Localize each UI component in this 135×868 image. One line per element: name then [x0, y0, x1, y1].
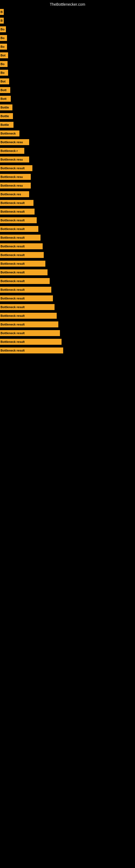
bar-item: Bottleneck result	[0, 200, 34, 206]
bar-item: Bottleneck res	[0, 191, 29, 197]
bar-row: Bottleneck result	[0, 242, 135, 251]
bar-row: B	[0, 16, 135, 25]
bar-item: Bottleneck resu	[0, 174, 31, 180]
bar-item: Bottleneck result	[0, 304, 54, 310]
bar-item: Bottleneck result	[0, 321, 58, 328]
bar-row: Bottleneck result	[0, 268, 135, 277]
bar-item: Bottleneck resu	[0, 183, 31, 188]
bar-item: Bottleneck	[0, 130, 19, 136]
bar-row: Bo	[0, 60, 135, 68]
bar-row: Bott	[0, 86, 135, 94]
bar-row: Bottleneck	[0, 129, 135, 138]
bar-item: Bottleneck result	[0, 330, 60, 336]
bar-item: Bo	[0, 35, 7, 41]
bar-item: Bottleneck result	[0, 339, 61, 345]
bar-row: B	[0, 8, 135, 16]
bar-item: Bottleneck result	[0, 165, 32, 171]
site-title: TheBottlenecker.com	[0, 0, 135, 8]
bar-row: Bottleneck res	[0, 190, 135, 198]
bar-item: Bottle	[0, 122, 13, 128]
bar-row: Bottleneck resu	[0, 155, 135, 164]
bar-row: Bottle	[0, 112, 135, 120]
bar-item: Bot	[0, 52, 8, 58]
bar-row: Bot	[0, 51, 135, 60]
bar-row: Bottleneck r	[0, 147, 135, 155]
bar-row: Bo	[0, 34, 135, 42]
bar-item: Bottleneck result	[0, 217, 37, 223]
bar-item: Bottleneck result	[0, 287, 51, 293]
bar-item: Bottleneck result	[0, 313, 57, 319]
bar-item: Bott	[0, 87, 10, 93]
bar-row: Bottleneck resu	[0, 173, 135, 181]
bar-item: Bo	[0, 26, 6, 32]
bar-row: Bottleneck result	[0, 216, 135, 225]
bar-row: Bottleneck result	[0, 329, 135, 337]
bar-row: Bottleneck result	[0, 320, 135, 329]
bar-item: B	[0, 18, 4, 24]
bar-row: Bottleneck result	[0, 198, 135, 207]
bar-row: Bottleneck result	[0, 346, 135, 355]
bar-item: Bottleneck result	[0, 252, 44, 258]
bar-row: Bo	[0, 42, 135, 51]
bar-item: Bottleneck result	[0, 261, 45, 267]
bar-item: Bott	[0, 96, 11, 102]
bar-row: Bott	[0, 94, 135, 103]
bar-row: Bottleneck result	[0, 277, 135, 285]
bar-row: Bottleneck result	[0, 251, 135, 259]
bar-item: Bottle	[0, 104, 12, 111]
bar-row: Bottleneck result	[0, 164, 135, 173]
bar-item: Bottleneck resu	[0, 139, 29, 145]
bars-container: BBBoBoBoBotBoBoBotBottBottBottleBottleBo…	[0, 8, 135, 355]
bar-item: Bottleneck result	[0, 243, 43, 249]
bar-item: Bottleneck result	[0, 269, 48, 275]
bar-row: Bot	[0, 77, 135, 86]
bar-row: Bottle	[0, 120, 135, 129]
bar-row: Bo	[0, 68, 135, 77]
bar-item: Bottleneck result	[0, 226, 38, 232]
bar-row: Bottleneck result	[0, 259, 135, 268]
bar-item: B	[0, 9, 4, 15]
bar-row: Bo	[0, 25, 135, 34]
bar-item: Bo	[0, 61, 8, 67]
bar-row: Bottleneck result	[0, 233, 135, 242]
bar-row: Bottleneck result	[0, 207, 135, 216]
bar-row: Bottleneck result	[0, 294, 135, 303]
bar-item: Bottleneck result	[0, 235, 41, 241]
bar-item: Bottle	[0, 113, 13, 119]
bar-row: Bottleneck resu	[0, 138, 135, 147]
bar-item: Bottleneck resu	[0, 156, 29, 162]
bar-row: Bottleneck result	[0, 225, 135, 233]
bar-row: Bottleneck result	[0, 311, 135, 320]
bar-item: Bottleneck result	[0, 209, 35, 215]
bar-item: Bottleneck result	[0, 296, 53, 301]
bar-item: Bo	[0, 70, 8, 76]
bar-row: Bottle	[0, 103, 135, 112]
bar-item: Bo	[0, 44, 7, 50]
bar-row: Bottleneck resu	[0, 181, 135, 190]
bar-item: Bot	[0, 79, 9, 84]
bar-row: Bottleneck result	[0, 303, 135, 311]
bar-item: Bottleneck result	[0, 347, 63, 353]
bar-row: Bottleneck result	[0, 337, 135, 346]
bar-item: Bottleneck result	[0, 278, 50, 284]
bar-item: Bottleneck r	[0, 148, 24, 154]
bar-row: Bottleneck result	[0, 285, 135, 294]
